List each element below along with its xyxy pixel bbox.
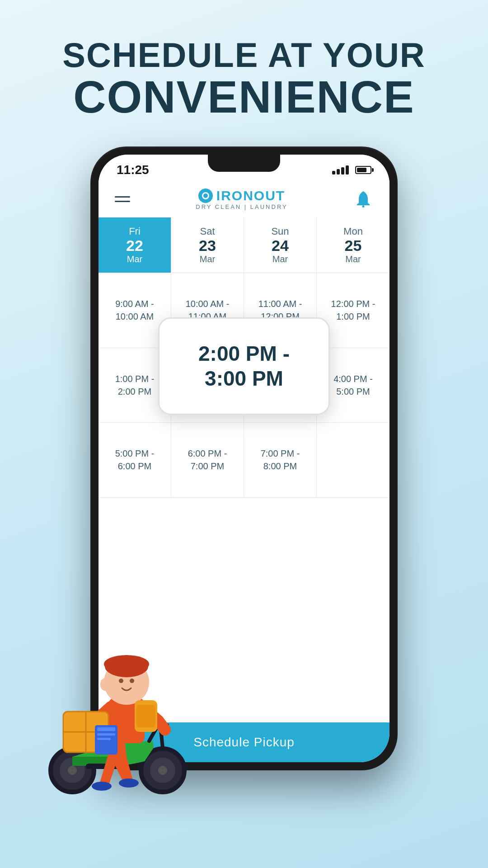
app-logo: IRONOUT DRY CLEAN | LAUNDRY: [196, 188, 287, 210]
svg-rect-26: [136, 705, 155, 727]
day-header-sun[interactable]: Sun 24 Mar: [244, 217, 317, 273]
time-slot-7pm[interactable]: 7:00 PM -8:00 PM: [244, 423, 317, 498]
day-month-fri: Mar: [127, 254, 142, 264]
day-name-sat: Sat: [200, 226, 215, 237]
day-number-sun: 24: [272, 237, 289, 254]
signal-icon: [332, 165, 349, 175]
svg-rect-16: [97, 727, 115, 731]
svg-rect-17: [97, 733, 115, 736]
calendar-header: Fri 22 Mar Sat 23 Mar Sun 24 Mar: [99, 217, 389, 273]
delivery-person-svg: [36, 608, 208, 797]
app-header: IRONOUT DRY CLEAN | LAUNDRY: [99, 181, 389, 217]
time-slot-empty: [317, 423, 389, 498]
svg-point-23: [130, 679, 134, 683]
time-slot-label: 1:00 PM -2:00 PM: [115, 373, 155, 398]
day-name-fri: Fri: [129, 226, 141, 237]
time-slot-label: 12:00 PM -1:00 PM: [331, 297, 375, 323]
time-slot-label: 7:00 PM -8:00 PM: [261, 447, 300, 472]
svg-rect-18: [97, 738, 111, 740]
svg-point-6: [158, 766, 167, 775]
popup-time: 2:00 PM - 3:00 PM: [187, 341, 301, 391]
time-slot-label: 4:00 PM -5:00 PM: [333, 373, 373, 398]
svg-point-22: [119, 679, 123, 683]
logo-subtitle: DRY CLEAN | LAUNDRY: [196, 203, 287, 210]
day-month-sun: Mar: [272, 254, 288, 264]
phone-mockup: 11:25: [90, 146, 398, 770]
time-slot-6pm[interactable]: 6:00 PM -7:00 PM: [171, 423, 244, 498]
battery-icon: [355, 166, 371, 174]
day-number-mon: 25: [345, 237, 362, 254]
day-number-fri: 22: [126, 237, 143, 254]
svg-point-8: [92, 782, 112, 791]
day-header-fri[interactable]: Fri 22 Mar: [99, 217, 171, 273]
status-icons: [332, 165, 371, 175]
logo-icon: [198, 189, 213, 203]
day-month-mon: Mar: [345, 254, 361, 264]
header-section: SCHEDULE AT YOUR CONVENIENCE: [62, 0, 425, 137]
day-month-sat: Mar: [200, 254, 215, 264]
time-selection-popup: 2:00 PM - 3:00 PM: [158, 317, 330, 415]
delivery-person-illustration: [36, 608, 208, 797]
svg-point-3: [68, 766, 77, 775]
day-header-mon[interactable]: Mon 25 Mar: [317, 217, 389, 273]
svg-point-0: [362, 205, 365, 208]
status-time: 11:25: [117, 163, 149, 177]
day-name-sun: Sun: [271, 226, 289, 237]
hamburger-menu-button[interactable]: [115, 196, 130, 202]
notification-bell-button[interactable]: [353, 189, 373, 209]
time-slot-label: 9:00 AM -10:00 AM: [115, 297, 154, 323]
header-line1: SCHEDULE AT YOUR: [62, 36, 425, 74]
header-line2: CONVENIENCE: [62, 74, 425, 119]
bell-icon: [356, 190, 371, 208]
time-slot-label: 6:00 PM -7:00 PM: [188, 447, 227, 472]
day-name-mon: Mon: [343, 226, 363, 237]
svg-point-21: [104, 655, 149, 673]
day-header-sat[interactable]: Sat 23 Mar: [171, 217, 244, 273]
logo-main: IRONOUT: [198, 188, 285, 203]
logo-text: IRONOUT: [216, 188, 285, 203]
svg-point-9: [119, 778, 139, 788]
dynamic-island: [208, 155, 280, 172]
day-number-sat: 23: [199, 237, 216, 254]
time-slot-5pm[interactable]: 5:00 PM -6:00 PM: [99, 423, 171, 498]
time-slot-label: 5:00 PM -6:00 PM: [115, 447, 155, 472]
popup-card: 2:00 PM - 3:00 PM: [158, 317, 330, 415]
svg-point-24: [100, 678, 109, 691]
